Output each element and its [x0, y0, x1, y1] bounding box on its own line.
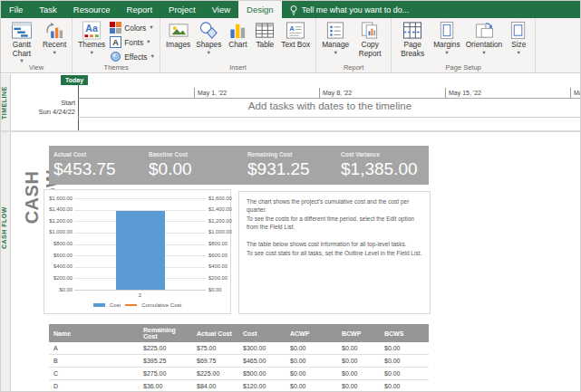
tab-view[interactable]: View [204, 1, 238, 18]
cost-table[interactable]: NameRemaining CostActual CostCostACWPBCW… [49, 324, 429, 392]
report-description-box[interactable]: The chart shows the project's cumulative… [238, 191, 431, 314]
table-label: Table [256, 41, 274, 50]
table-cell: $0.00 [337, 368, 380, 380]
timeline-tick: May 8, '22 [319, 88, 352, 98]
effects-button[interactable]: Effects ▼ [108, 50, 157, 63]
table-header-cell: Cost [238, 324, 286, 342]
recent-label: Recent [43, 41, 66, 50]
table-header-cell: BCWS [380, 324, 429, 342]
images-button[interactable]: Images [163, 20, 193, 51]
y-axis-label: $800.00 [46, 242, 73, 247]
table-cell: $300.00 [238, 342, 286, 355]
table-cell: $75.00 [192, 342, 238, 355]
cash-flow-pane-label: CASH FLOW [1, 160, 11, 296]
timeline-start-block: Start Sun 4/24/22 [11, 99, 75, 117]
chevron-down-icon: ▼ [333, 50, 337, 56]
kpi-label: Cost Variance [341, 151, 418, 158]
size-button[interactable]: Size ▼ [505, 20, 532, 56]
chart-legend: Cost Cumulative Cost [44, 302, 230, 308]
table-row: A$225.00$75.00$300.00$0.00$0.00$0.00 [49, 342, 429, 355]
text-box-label: Text Box [281, 41, 310, 50]
orientation-label: Orientation [466, 41, 503, 50]
group-label-themes: Themes [73, 63, 160, 72]
margins-icon [436, 21, 458, 40]
table-cell: $0.00 [286, 380, 337, 392]
gantt-chart-button[interactable]: Gantt Chart ▼ [4, 20, 40, 65]
timeline-placeholder: Add tasks with dates to the timeline [78, 100, 581, 111]
shapes-button[interactable]: Shapes ▼ [193, 20, 224, 56]
tab-project[interactable]: Project [160, 1, 204, 18]
copy-report-label: Copy Report [354, 41, 385, 58]
table-icon [254, 21, 276, 40]
themes-button[interactable]: Aa Themes ▼ [75, 20, 108, 56]
table-cell: $0.00 [286, 368, 337, 380]
chevron-down-icon: ▼ [149, 24, 153, 31]
ribbon-tab-bar: File Task Resource Report Project View D… [1, 1, 581, 18]
table-cell: $275.00 [139, 368, 192, 380]
chevron-down-icon: ▼ [52, 50, 56, 56]
timeline-tick: Ma [570, 88, 581, 98]
y-axis-label: $1,000.00 [46, 230, 73, 235]
cash-flow-report: CASH FLOW Actual Cost $453.75 Baseline C… [11, 132, 581, 392]
table-cell: C [49, 368, 139, 380]
effects-icon [110, 51, 121, 62]
orientation-button[interactable]: Orientation ▼ [463, 20, 506, 56]
tab-report[interactable]: Report [119, 1, 161, 18]
fonts-label: Fonts [124, 38, 143, 47]
tab-task[interactable]: Task [31, 1, 65, 18]
chevron-down-icon: ▼ [146, 39, 150, 45]
chart-button[interactable]: Chart [224, 20, 251, 51]
tell-me-box[interactable]: Tell me what you want to do... [282, 1, 417, 18]
page-breaks-icon [402, 21, 423, 40]
legend-label-cost: Cost [110, 302, 121, 308]
start-label: Start [11, 99, 75, 108]
page-breaks-button[interactable]: Page Breaks [394, 20, 431, 59]
y-axis-label: $600.00 [208, 253, 235, 259]
recent-icon [44, 21, 65, 40]
tab-design[interactable]: Design [238, 1, 282, 18]
table-cell: $84.00 [192, 380, 238, 392]
y-axis-label: $1,600.00 [208, 196, 235, 202]
table-cell: $0.00 [337, 380, 380, 392]
colors-button[interactable]: Colors ▼ [108, 21, 157, 34]
shapes-label: Shapes [196, 41, 221, 50]
colors-label: Colors [124, 24, 146, 33]
today-badge: Today [61, 75, 88, 85]
svg-text:A: A [112, 38, 119, 47]
text-box-button[interactable]: A Text Box [278, 20, 313, 51]
table-cell: $395.25 [139, 355, 192, 368]
lightbulb-icon [289, 5, 298, 15]
size-icon [508, 21, 529, 40]
tab-file[interactable]: File [1, 1, 31, 18]
table-header-cell: ACWP [286, 324, 337, 342]
chevron-down-icon: ▼ [150, 53, 155, 60]
table-cell: $500.00 [238, 368, 286, 380]
fonts-button[interactable]: A Fonts ▼ [108, 35, 157, 49]
group-label-report: Report [316, 63, 391, 72]
recent-button[interactable]: Recent ▼ [40, 20, 69, 56]
y-axis-label: $1,400.00 [46, 207, 73, 213]
manage-button[interactable]: Manage ▼ [319, 20, 352, 56]
table-cell: D [49, 380, 139, 392]
kpi-bar[interactable]: Actual Cost $453.75 Baseline Cost $0.00 … [49, 146, 429, 185]
table-cell: $225.00 [192, 368, 238, 380]
table-cell: A [49, 342, 139, 355]
table-cell: B [49, 355, 139, 368]
cost-chart[interactable]: $0.00$0.00$200.00$200.00$400.00$400.00$6… [44, 189, 231, 314]
y-axis-label: $0.00 [208, 288, 235, 293]
shapes-icon [198, 21, 219, 40]
table-button[interactable]: Table [251, 20, 278, 51]
colors-icon [110, 22, 121, 33]
table-header-cell: Remaining Cost [139, 324, 192, 342]
copy-report-button[interactable]: Copy Report [352, 20, 388, 59]
margins-button[interactable]: Margins ▼ [431, 20, 463, 56]
kpi-actual-cost: Actual Cost $453.75 [53, 151, 116, 179]
tab-resource[interactable]: Resource [65, 1, 119, 18]
timeline-pane[interactable]: Today May 1, '22 May 8, '22 May 15, '22 … [11, 74, 581, 130]
kpi-value: $453.75 [53, 159, 116, 179]
y-axis-label: $1,400.00 [208, 207, 235, 213]
table-cell: $0.00 [337, 355, 380, 368]
table-cell: $0.00 [286, 355, 337, 368]
gantt-chart-label: Gantt Chart [6, 41, 37, 58]
kpi-label: Baseline Cost [149, 151, 192, 158]
